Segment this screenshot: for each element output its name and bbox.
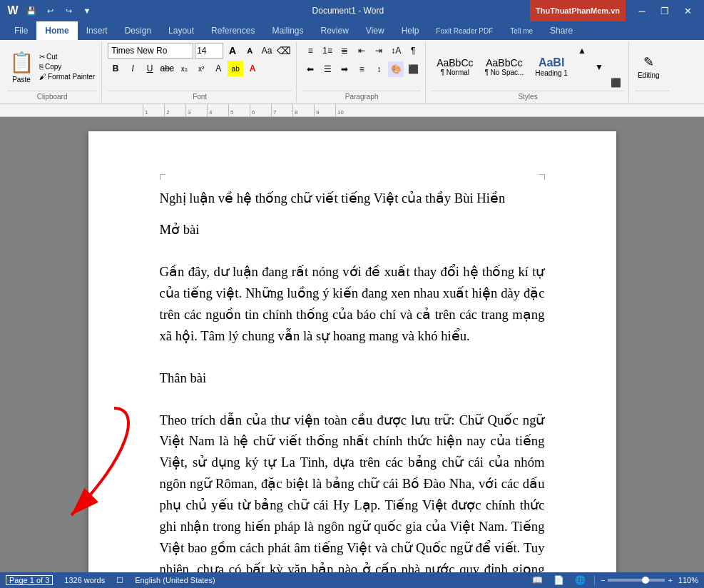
- tab-mailings[interactable]: Mailings: [263, 21, 312, 40]
- tab-foxit[interactable]: Foxit Reader PDF: [427, 21, 501, 40]
- style-normal[interactable]: AaBbCc ¶ Normal: [432, 46, 478, 88]
- ruler-mark-8: 8: [292, 104, 314, 117]
- ribbon-tabs: File Home Insert Design Layout Reference…: [0, 21, 704, 40]
- paper[interactable]: Nghị luận về hệ thống chữ viết tiếng Việ…: [88, 131, 616, 572]
- shrink-font-button[interactable]: A: [242, 43, 257, 59]
- borders-button[interactable]: ⬛: [405, 61, 421, 77]
- document-area[interactable]: Nghị luận về hệ thống chữ viết tiếng Việ…: [0, 117, 704, 572]
- cut-button[interactable]: ✂ Cut: [37, 52, 97, 61]
- style-normal-label: ¶ Normal: [441, 69, 469, 76]
- copy-button[interactable]: ⎘ Copy: [37, 62, 97, 71]
- shading-button[interactable]: 🎨: [388, 61, 404, 77]
- text-effects-button[interactable]: A: [210, 61, 226, 76]
- change-case-button[interactable]: Aa: [259, 43, 275, 59]
- tab-insert[interactable]: Insert: [78, 21, 116, 40]
- zoom-in-icon[interactable]: +: [668, 576, 672, 584]
- save-icon[interactable]: 💾: [24, 4, 39, 18]
- zoom-control[interactable]: − +: [601, 576, 673, 584]
- align-left-button[interactable]: ⬅: [302, 61, 318, 77]
- style-heading1-preview: AaBl: [539, 56, 564, 69]
- ruler-mark-5: 5: [228, 104, 250, 117]
- styles-content: AaBbCc ¶ Normal AaBbCc ¶ No Spac... AaBl…: [432, 43, 624, 91]
- numbering-button[interactable]: 1≡: [320, 43, 335, 59]
- paste-icon: 📋: [9, 51, 34, 74]
- increase-indent-button[interactable]: ⇥: [371, 43, 387, 59]
- font-row2: B I U abc x₂ x² A ab A: [108, 61, 260, 76]
- para-row2: ⬅ ☰ ➡ ≡ ↕ 🎨 ⬛: [302, 61, 421, 77]
- tab-review[interactable]: Review: [312, 21, 357, 40]
- print-layout-button[interactable]: 📄: [551, 572, 567, 588]
- document-section1[interactable]: Mở bài: [160, 220, 545, 240]
- restore-button[interactable]: ❐: [654, 4, 675, 18]
- clear-format-button[interactable]: ⌫: [276, 43, 292, 59]
- ruler-mark-9: 9: [314, 104, 335, 117]
- zoom-slider[interactable]: [608, 579, 665, 582]
- multilevel-button[interactable]: ≣: [337, 43, 352, 59]
- format-painter-label: Format Painter: [48, 73, 95, 81]
- customize-icon[interactable]: ▼: [80, 4, 94, 18]
- ruler-mark-1: 1: [143, 104, 164, 117]
- web-layout-button[interactable]: 🌐: [573, 572, 588, 588]
- document-heading[interactable]: Nghị luận về hệ thống chữ viết tiếng Việ…: [160, 188, 545, 208]
- styles-scroll-down[interactable]: ▼: [591, 59, 607, 75]
- underline-button[interactable]: U: [142, 61, 158, 76]
- styles-scroll-up[interactable]: ▲: [574, 43, 590, 59]
- tab-share[interactable]: Share: [541, 21, 581, 40]
- tab-layout[interactable]: Layout: [160, 21, 203, 40]
- status-right: 📖 📄 🌐 − + 110%: [530, 572, 698, 588]
- sort-button[interactable]: ↕A: [388, 43, 404, 59]
- italic-button[interactable]: I: [125, 61, 141, 76]
- document-para2[interactable]: Theo trích dẫn của thư viện toàn cầu đượ…: [160, 410, 545, 573]
- tab-references[interactable]: References: [203, 21, 263, 40]
- font-family-input[interactable]: [108, 43, 193, 59]
- font-size-input[interactable]: [195, 43, 223, 59]
- align-right-button[interactable]: ➡: [337, 61, 352, 77]
- align-center-button[interactable]: ☰: [320, 61, 335, 77]
- tab-help[interactable]: Help: [393, 21, 428, 40]
- decrease-indent-button[interactable]: ⇤: [354, 43, 369, 59]
- redo-icon[interactable]: ↪: [61, 4, 76, 18]
- paste-button[interactable]: 📋 Paste: [7, 46, 36, 88]
- format-painter-button[interactable]: 🖌 Format Painter: [37, 72, 97, 81]
- show-marks-button[interactable]: ¶: [405, 43, 421, 59]
- document-section2[interactable]: Thân bài: [160, 368, 545, 388]
- styles-more[interactable]: ⬛: [608, 75, 624, 91]
- document-para1[interactable]: Gần đây, dư luận đang rất nóng với đề xu…: [160, 261, 545, 347]
- close-button[interactable]: ✕: [677, 4, 698, 18]
- font-color-button[interactable]: A: [245, 61, 260, 76]
- tab-file[interactable]: File: [6, 21, 36, 40]
- ribbon: 📋 Paste ✂ Cut ⎘ Copy 🖌 Format Painter Cl…: [0, 40, 704, 104]
- tab-view[interactable]: View: [357, 21, 393, 40]
- tab-tell-me[interactable]: Tell me: [501, 21, 541, 40]
- word-count: 1326 words: [64, 576, 105, 584]
- editing-mode-button[interactable]: ✎ Editing: [635, 51, 663, 82]
- style-no-spacing-preview: AaBbCc: [486, 57, 522, 69]
- minimize-button[interactable]: ─: [631, 4, 653, 18]
- copy-icon: ⎘: [39, 63, 44, 71]
- format-painter-icon: 🖌: [39, 73, 46, 81]
- justify-button[interactable]: ≡: [354, 61, 369, 77]
- superscript-button[interactable]: x²: [193, 61, 209, 76]
- grow-font-button[interactable]: A: [225, 43, 240, 59]
- zoom-thumb: [642, 577, 649, 584]
- undo-icon[interactable]: ↩: [43, 4, 57, 18]
- highlight-button[interactable]: ab: [228, 61, 243, 76]
- cut-label: Cut: [46, 53, 58, 61]
- clipboard-content: 📋 Paste ✂ Cut ⎘ Copy 🖌 Format Painter: [7, 43, 97, 91]
- strikethrough-button[interactable]: abc: [159, 61, 175, 76]
- bold-button[interactable]: B: [108, 61, 123, 76]
- ruler-mark-7: 7: [271, 104, 292, 117]
- brand-name: ThuThuatPhanMem.vn: [536, 6, 620, 15]
- subscript-button[interactable]: x₂: [176, 61, 192, 76]
- read-mode-button[interactable]: 📖: [530, 572, 546, 588]
- page-indicator: Page 1 of 3: [6, 575, 53, 585]
- tab-design[interactable]: Design: [116, 21, 160, 40]
- tab-home[interactable]: Home: [36, 21, 77, 40]
- zoom-out-icon[interactable]: −: [601, 576, 605, 584]
- paragraph-label: Paragraph: [302, 91, 421, 101]
- style-no-spacing-label: ¶ No Spac...: [485, 69, 524, 76]
- style-heading1[interactable]: AaBl Heading 1: [530, 46, 573, 88]
- line-spacing-button[interactable]: ↕: [371, 61, 387, 77]
- style-no-spacing[interactable]: AaBbCc ¶ No Spac...: [480, 46, 529, 88]
- bullets-button[interactable]: ≡: [302, 43, 318, 59]
